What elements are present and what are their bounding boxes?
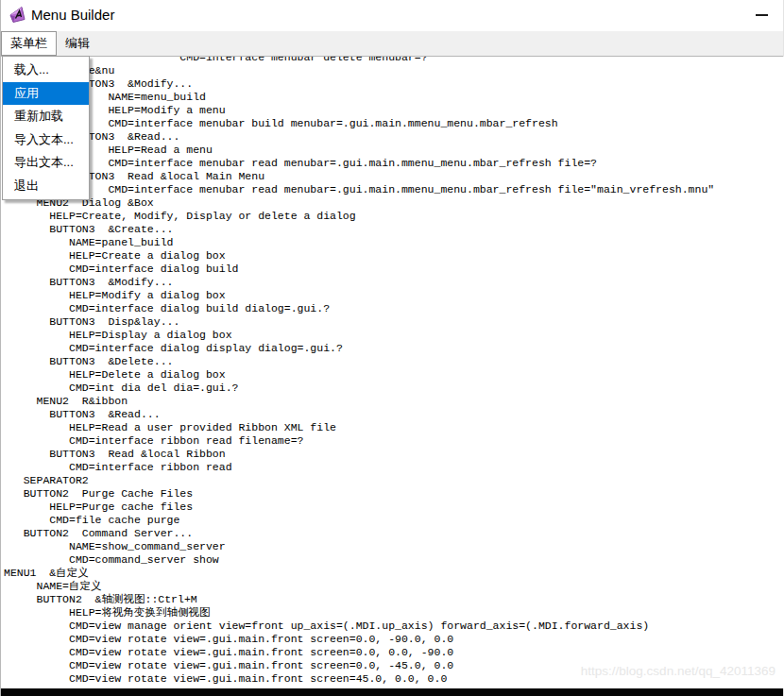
menu-bar: 菜单栏 编辑 [1, 31, 783, 57]
code-line: CMD=interface menubar read menubar=.gui.… [2, 157, 784, 170]
code-line: CMD=interface dialog build [2, 263, 784, 276]
code-line: HELP=Read a menu [2, 144, 784, 157]
code-line: NAME=show_command_server [2, 540, 784, 553]
dropdown-menu: 载入...应用重新加载导入文本...导出文本...退出 [2, 56, 90, 200]
code-line: HELP=Create, Modify, Display or delete a… [2, 210, 784, 223]
minimize-button[interactable] [749, 6, 774, 25]
menubar-item-menu[interactable]: 菜单栏 [1, 31, 57, 56]
code-line: CMD=command_server show [2, 553, 784, 567]
bottom-edge-bar [1, 688, 783, 696]
code-line: CMD=view rotate view=.gui.main.front scr… [2, 633, 784, 646]
menu-item[interactable]: 应用 [3, 82, 89, 106]
minimize-icon [756, 14, 768, 16]
code-line: HELP=Purge cache files [2, 501, 784, 514]
code-line: BUTTON3 Disp&lay... [2, 315, 784, 329]
code-line: BUTTON3 &Delete... [2, 355, 784, 368]
menu-item[interactable]: 导入文本... [3, 128, 89, 152]
code-line: HELP=将视角变换到轴侧视图 [2, 606, 784, 620]
code-line: HELP=Modify a dialog box [2, 289, 784, 302]
code-line: CMD=interface dialog display dialog=.gui… [2, 342, 784, 355]
code-line: BUTTON3 &Read... [2, 408, 784, 421]
menu-item[interactable]: 退出 [3, 175, 89, 198]
menu-definition-view[interactable]: CMD=interface menubar delete menubar=?ME… [2, 57, 784, 688]
code-line: CMD=interface menubar read menubar=.gui.… [2, 183, 784, 196]
code-line: MENU2 R&ibbon [2, 395, 784, 408]
code-line: BUTTON2 Command Server... [2, 527, 784, 540]
code-line: MENU2 Dialog &Box [2, 196, 784, 210]
code-line: BUTTON2 Purge Cache Files [2, 487, 784, 501]
code-line: BUTTON3 Read &local Main Menu [2, 170, 784, 183]
code-line: NAME=自定义 [2, 580, 784, 593]
code-line: BUTTON3 Read &local Ribbon [2, 448, 784, 461]
code-line: CMD=interface ribbon read filename=? [2, 434, 784, 448]
code-line: CMD=int dia del dia=.gui.? [2, 382, 784, 395]
code-line: CMD=interface menubar build menubar=.gui… [2, 117, 784, 130]
code-line: CMD=view manage orient view=front up_axi… [2, 620, 784, 633]
code-line: HELP=Create a dialog box [2, 249, 784, 263]
watermark-text: https://blog.csdn.net/qq_42011369 [581, 664, 775, 678]
menu-item[interactable]: 重新加载 [3, 105, 89, 128]
code-line: BUTTON3 &Modify... [2, 77, 784, 91]
menubar-item-edit[interactable]: 编辑 [57, 31, 98, 56]
code-lines: CMD=interface menubar delete menubar=?ME… [2, 57, 784, 686]
code-line: CMD=interface menubar delete menubar=? [2, 57, 784, 64]
title-bar: Menu Builder [1, 0, 783, 31]
code-line: NAME=panel_build [2, 236, 784, 249]
code-line: CMD=interface ribbon read [2, 461, 784, 474]
code-line: BUTTON3 &Read... [2, 130, 784, 144]
code-line: NAME=menu_build [2, 91, 784, 104]
code-line: HELP=Read a user provided Ribbon XML fil… [2, 421, 784, 434]
code-line: BUTTON3 &Modify... [2, 276, 784, 289]
window-title: Menu Builder [31, 7, 114, 23]
code-line: BUTTON3 &Create... [2, 223, 784, 236]
menu-builder-window: Menu Builder 菜单栏 编辑 CMD=interface menuba… [0, 0, 784, 696]
menu-item[interactable]: 导出文本... [3, 151, 89, 175]
code-line: HELP=Display a dialog box [2, 329, 784, 342]
code-line: SEPARATOR2 [2, 474, 784, 487]
code-line: MENU1 &自定义 [2, 567, 784, 580]
code-line: CMD=interface dialog build dialog=.gui.? [2, 302, 784, 315]
code-line: CMD=file cache purge [2, 514, 784, 527]
code-line: MENU1 Main Me&nu [2, 64, 784, 77]
code-line: BUTTON2 &轴测视图::Ctrl+M [2, 593, 784, 606]
menu-item[interactable]: 载入... [3, 59, 89, 82]
app-logo-icon [9, 6, 27, 25]
code-line: HELP=Delete a dialog box [2, 368, 784, 382]
code-line: HELP=Modify a menu [2, 104, 784, 117]
code-line: CMD=view rotate view=.gui.main.front scr… [2, 646, 784, 659]
